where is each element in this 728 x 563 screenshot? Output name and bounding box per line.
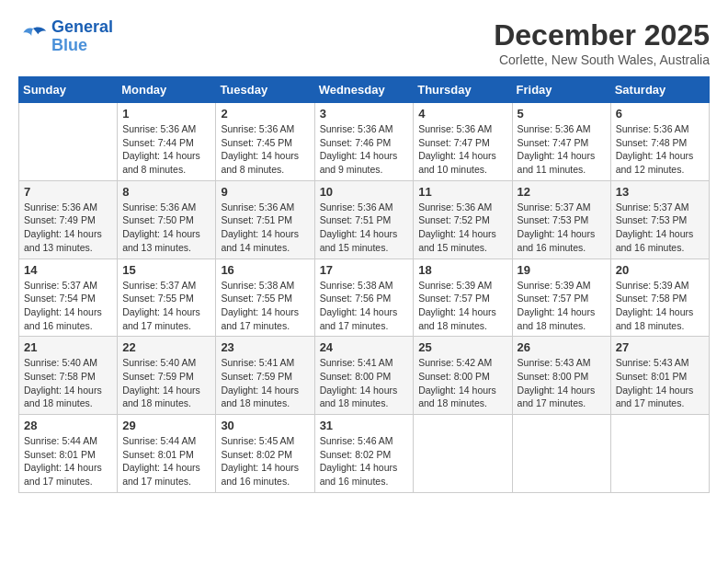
calendar-table: SundayMondayTuesdayWednesdayThursdayFrid… <box>18 76 710 493</box>
day-info: Sunrise: 5:38 AM Sunset: 7:56 PM Dayligh… <box>320 279 409 333</box>
day-cell: 14Sunrise: 5:37 AM Sunset: 7:54 PM Dayli… <box>19 259 118 337</box>
week-row-2: 7Sunrise: 5:36 AM Sunset: 7:49 PM Daylig… <box>19 180 710 259</box>
day-info: Sunrise: 5:36 AM Sunset: 7:44 PM Dayligh… <box>122 122 210 177</box>
day-info: Sunrise: 5:43 AM Sunset: 8:01 PM Dayligh… <box>616 356 704 410</box>
day-cell: 12Sunrise: 5:37 AM Sunset: 7:53 PM Dayli… <box>512 180 610 259</box>
day-info: Sunrise: 5:42 AM Sunset: 8:00 PM Dayligh… <box>418 356 506 410</box>
day-number: 3 <box>320 107 409 121</box>
day-cell: 20Sunrise: 5:39 AM Sunset: 7:58 PM Dayli… <box>610 259 709 337</box>
day-info: Sunrise: 5:41 AM Sunset: 7:59 PM Dayligh… <box>221 356 309 410</box>
day-info: Sunrise: 5:44 AM Sunset: 8:01 PM Dayligh… <box>24 434 112 488</box>
day-cell: 23Sunrise: 5:41 AM Sunset: 7:59 PM Dayli… <box>216 337 314 415</box>
day-number: 31 <box>320 419 409 432</box>
day-cell: 17Sunrise: 5:38 AM Sunset: 7:56 PM Dayli… <box>314 259 414 337</box>
day-info: Sunrise: 5:36 AM Sunset: 7:51 PM Dayligh… <box>221 201 309 255</box>
weekday-header-friday: Friday <box>512 77 610 103</box>
day-info: Sunrise: 5:40 AM Sunset: 7:59 PM Dayligh… <box>122 356 210 410</box>
weekday-header-wednesday: Wednesday <box>314 77 414 103</box>
day-number: 7 <box>24 185 112 199</box>
day-number: 28 <box>24 419 112 432</box>
day-cell: 30Sunrise: 5:45 AM Sunset: 8:02 PM Dayli… <box>216 415 314 493</box>
day-cell: 19Sunrise: 5:39 AM Sunset: 7:57 PM Dayli… <box>512 259 610 337</box>
day-number: 1 <box>122 107 210 121</box>
page-header: General Blue December 2025 Corlette, New… <box>18 18 710 67</box>
day-cell: 22Sunrise: 5:40 AM Sunset: 7:59 PM Dayli… <box>118 337 216 415</box>
logo-text: General Blue <box>51 18 113 55</box>
day-cell: 18Sunrise: 5:39 AM Sunset: 7:57 PM Dayli… <box>414 259 512 337</box>
day-cell: 21Sunrise: 5:40 AM Sunset: 7:58 PM Dayli… <box>19 337 118 415</box>
day-cell: 4Sunrise: 5:36 AM Sunset: 7:47 PM Daylig… <box>414 103 512 181</box>
day-number: 24 <box>320 340 409 354</box>
day-number: 17 <box>320 263 409 277</box>
day-number: 2 <box>221 107 309 121</box>
logo-icon <box>18 24 48 50</box>
day-number: 16 <box>221 263 309 277</box>
day-cell: 25Sunrise: 5:42 AM Sunset: 8:00 PM Dayli… <box>414 337 512 415</box>
title-block: December 2025 Corlette, New South Wales,… <box>494 18 710 67</box>
day-info: Sunrise: 5:37 AM Sunset: 7:55 PM Dayligh… <box>122 279 210 333</box>
day-info: Sunrise: 5:37 AM Sunset: 7:53 PM Dayligh… <box>616 201 704 255</box>
day-cell: 27Sunrise: 5:43 AM Sunset: 8:01 PM Dayli… <box>610 337 709 415</box>
day-number: 29 <box>122 419 210 432</box>
day-info: Sunrise: 5:36 AM Sunset: 7:45 PM Dayligh… <box>221 122 309 177</box>
day-number: 20 <box>616 263 704 277</box>
day-info: Sunrise: 5:36 AM Sunset: 7:50 PM Dayligh… <box>122 201 210 255</box>
weekday-header-monday: Monday <box>118 77 216 103</box>
day-info: Sunrise: 5:37 AM Sunset: 7:53 PM Dayligh… <box>518 201 606 255</box>
weekday-header-sunday: Sunday <box>19 77 118 103</box>
logo: General Blue <box>18 18 113 55</box>
week-row-5: 28Sunrise: 5:44 AM Sunset: 8:01 PM Dayli… <box>19 415 710 493</box>
day-number: 27 <box>616 340 704 354</box>
day-number: 4 <box>418 107 506 121</box>
day-cell: 8Sunrise: 5:36 AM Sunset: 7:50 PM Daylig… <box>118 180 216 259</box>
weekday-header-row: SundayMondayTuesdayWednesdayThursdayFrid… <box>19 77 710 103</box>
day-number: 21 <box>24 340 112 354</box>
day-cell <box>610 415 709 493</box>
day-cell <box>19 103 118 181</box>
weekday-header-thursday: Thursday <box>414 77 512 103</box>
day-info: Sunrise: 5:36 AM Sunset: 7:48 PM Dayligh… <box>616 122 704 177</box>
day-cell: 3Sunrise: 5:36 AM Sunset: 7:46 PM Daylig… <box>314 103 414 181</box>
week-row-1: 1Sunrise: 5:36 AM Sunset: 7:44 PM Daylig… <box>19 103 710 181</box>
day-cell: 26Sunrise: 5:43 AM Sunset: 8:00 PM Dayli… <box>512 337 610 415</box>
day-number: 10 <box>320 185 409 199</box>
weekday-header-saturday: Saturday <box>610 77 709 103</box>
day-info: Sunrise: 5:36 AM Sunset: 7:49 PM Dayligh… <box>24 201 112 255</box>
day-cell: 10Sunrise: 5:36 AM Sunset: 7:51 PM Dayli… <box>314 180 414 259</box>
day-number: 26 <box>518 340 606 354</box>
day-info: Sunrise: 5:39 AM Sunset: 7:57 PM Dayligh… <box>418 279 506 333</box>
day-info: Sunrise: 5:36 AM Sunset: 7:51 PM Dayligh… <box>320 201 409 255</box>
day-info: Sunrise: 5:38 AM Sunset: 7:55 PM Dayligh… <box>221 279 309 333</box>
day-cell: 16Sunrise: 5:38 AM Sunset: 7:55 PM Dayli… <box>216 259 314 337</box>
day-info: Sunrise: 5:45 AM Sunset: 8:02 PM Dayligh… <box>221 434 309 488</box>
day-info: Sunrise: 5:36 AM Sunset: 7:52 PM Dayligh… <box>418 201 506 255</box>
day-number: 15 <box>122 263 210 277</box>
day-cell: 7Sunrise: 5:36 AM Sunset: 7:49 PM Daylig… <box>19 180 118 259</box>
day-cell: 2Sunrise: 5:36 AM Sunset: 7:45 PM Daylig… <box>216 103 314 181</box>
day-number: 12 <box>518 185 606 199</box>
day-info: Sunrise: 5:36 AM Sunset: 7:47 PM Dayligh… <box>418 122 506 177</box>
weekday-header-tuesday: Tuesday <box>216 77 314 103</box>
day-cell: 29Sunrise: 5:44 AM Sunset: 8:01 PM Dayli… <box>118 415 216 493</box>
day-number: 30 <box>221 419 309 432</box>
day-number: 9 <box>221 185 309 199</box>
day-cell: 5Sunrise: 5:36 AM Sunset: 7:47 PM Daylig… <box>512 103 610 181</box>
day-number: 23 <box>221 340 309 354</box>
day-cell: 15Sunrise: 5:37 AM Sunset: 7:55 PM Dayli… <box>118 259 216 337</box>
day-number: 18 <box>418 263 506 277</box>
week-row-4: 21Sunrise: 5:40 AM Sunset: 7:58 PM Dayli… <box>19 337 710 415</box>
day-cell: 13Sunrise: 5:37 AM Sunset: 7:53 PM Dayli… <box>610 180 709 259</box>
day-number: 22 <box>122 340 210 354</box>
day-cell: 6Sunrise: 5:36 AM Sunset: 7:48 PM Daylig… <box>610 103 709 181</box>
day-info: Sunrise: 5:43 AM Sunset: 8:00 PM Dayligh… <box>518 356 606 410</box>
day-cell: 1Sunrise: 5:36 AM Sunset: 7:44 PM Daylig… <box>118 103 216 181</box>
day-cell: 9Sunrise: 5:36 AM Sunset: 7:51 PM Daylig… <box>216 180 314 259</box>
location: Corlette, New South Wales, Australia <box>494 52 710 67</box>
day-number: 6 <box>616 107 704 121</box>
day-cell: 24Sunrise: 5:41 AM Sunset: 8:00 PM Dayli… <box>314 337 414 415</box>
day-info: Sunrise: 5:36 AM Sunset: 7:47 PM Dayligh… <box>518 122 606 177</box>
day-info: Sunrise: 5:39 AM Sunset: 7:57 PM Dayligh… <box>518 279 606 333</box>
day-info: Sunrise: 5:41 AM Sunset: 8:00 PM Dayligh… <box>320 356 409 410</box>
day-number: 14 <box>24 263 112 277</box>
day-info: Sunrise: 5:36 AM Sunset: 7:46 PM Dayligh… <box>320 122 409 177</box>
